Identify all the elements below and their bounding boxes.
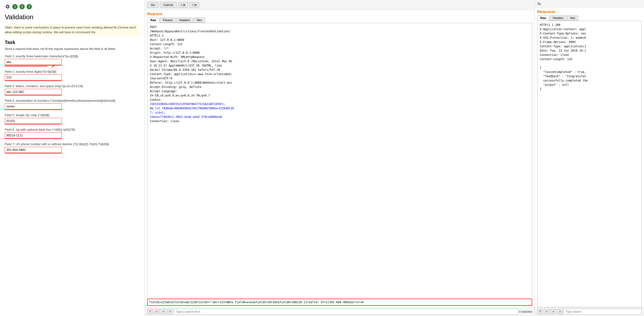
request-tab-bar: Raw Params Headers Hex	[147, 18, 532, 23]
right-search-input[interactable]	[564, 309, 642, 314]
right-title: Ta	[537, 2, 541, 6]
cancel-button[interactable]: Cancel	[160, 2, 176, 8]
field-3-input[interactable]	[5, 89, 62, 95]
request-raw-content: POST /WebGoat/BypassRestrictions/fronten…	[147, 23, 532, 297]
back-icon	[6, 5, 10, 9]
field-4-wrapper	[5, 103, 62, 110]
tab-params[interactable]: Params	[160, 18, 176, 23]
field-2-wrapper	[5, 74, 62, 81]
search-next-button[interactable]: >	[167, 309, 173, 314]
field-group-5: Field 5: simple zip code (^\d{5}$)	[5, 113, 140, 125]
highlighted-post-body: field1=123abc&field2=abc123&field3=!!abc…	[147, 299, 532, 306]
step-3-badge[interactable]: 3	[26, 4, 32, 9]
field-7-underline	[5, 153, 62, 153]
field-6-wrapper	[5, 132, 62, 139]
field-3-wrapper	[5, 89, 62, 96]
field-4-label: Field 4: enumeration of numbers (^(one|t…	[5, 99, 140, 102]
description-text: Often, there is some mechanism in place …	[5, 24, 140, 36]
right-search-next-button[interactable]: >	[557, 309, 563, 314]
field-6-label: Field 6: zip with optional dash four (^\…	[5, 128, 140, 131]
field-group-1: Field 1: exactly three lowercase charact…	[5, 54, 140, 67]
prev-icon: < |▾	[181, 3, 185, 7]
request-content-area: POST /WebGoat/BypassRestrictions/fronten…	[145, 23, 534, 307]
step-2-badge[interactable]: 2	[20, 4, 25, 9]
middle-search-bar: ? < + > 0 matches	[145, 307, 534, 316]
middle-search-input[interactable]	[174, 309, 518, 314]
cookie-text: JSESSIONID=CD0C55213F04F9D477515A22AFC4F…	[150, 102, 234, 119]
response-title: Response	[537, 10, 642, 14]
right-search-help-button[interactable]: ?	[537, 309, 543, 314]
field-5-wrapper	[5, 118, 62, 125]
field-group-2: Field 2: exactly three digits(^[0-9]{3}$…	[5, 70, 140, 81]
response-tab-bar: Raw Headers Hex	[537, 16, 642, 21]
page-title: Validation	[5, 13, 140, 21]
next-icon: > |▾	[192, 3, 196, 7]
right-search-bar: ? < + >	[535, 307, 644, 316]
request-text-after-cookie: Connection: close	[150, 120, 179, 123]
right-toolbar: Ta	[535, 0, 644, 8]
field-4-input[interactable]	[5, 103, 62, 109]
task-title: Task	[5, 40, 140, 45]
search-prev-button[interactable]: <	[154, 309, 160, 314]
field-5-label: Field 5: simple zip code (^\d{5}$)	[5, 113, 140, 117]
request-text-normal: POST /WebGoat/BypassRestrictions/fronten…	[150, 26, 232, 101]
field-2-input[interactable]	[5, 74, 62, 80]
middle-panel: Go Cancel < |▾ > |▾ Request Raw Params H…	[145, 0, 535, 316]
right-search-prev-button[interactable]: <	[544, 309, 550, 314]
task-description: Send a request that does not fit the reg…	[5, 47, 140, 51]
field-3-underline	[5, 95, 62, 96]
tab-headers[interactable]: Headers	[176, 18, 193, 23]
field-3-label: Field 3: letters, numbers, and space onl…	[5, 84, 140, 88]
field-2-label: Field 2: exactly three digits(^[0-9]{3}$…	[5, 70, 140, 73]
field-1-label: Field 1: exactly three lowercase charact…	[5, 54, 140, 58]
field-7-input[interactable]	[5, 147, 62, 153]
right-search-add-button[interactable]: +	[550, 309, 556, 314]
field-group-6: Field 6: zip with optional dash four (^\…	[5, 128, 140, 139]
field-group-4: Field 4: enumeration of numbers (^(one|t…	[5, 99, 140, 110]
field-5-input[interactable]	[5, 118, 62, 124]
top-nav: 1 2 3	[5, 4, 140, 10]
right-panel: Ta Response Raw Headers Hex HTTP/1.1 200…	[535, 0, 644, 316]
search-help-button[interactable]: ?	[147, 309, 153, 314]
response-tab-headers[interactable]: Headers	[550, 16, 566, 21]
next-button[interactable]: > |▾	[189, 2, 199, 8]
field-6-underline	[5, 139, 62, 139]
middle-toolbar: Go Cancel < |▾ > |▾	[145, 0, 534, 10]
step-1-badge[interactable]: 1	[12, 4, 18, 9]
response-content-area: HTTP/1.1 200 X-Application-Context: appl…	[535, 21, 644, 307]
field-7-label: Field 7: US phone number with or without…	[5, 142, 140, 146]
request-title: Request	[147, 12, 532, 16]
field-6-input[interactable]	[5, 132, 62, 138]
matches-count: 0 matches	[519, 310, 532, 313]
search-add-button[interactable]: +	[160, 309, 166, 314]
field-4-underline	[5, 110, 62, 110]
field-group-7: Field 7: US phone number with or without…	[5, 142, 140, 153]
prev-button[interactable]: < |▾	[178, 2, 188, 8]
request-section: Request Raw Params Headers Hex	[145, 10, 534, 23]
response-raw-content: HTTP/1.1 200 X-Application-Context: appl…	[537, 21, 642, 307]
response-tab-raw[interactable]: Raw	[537, 16, 549, 21]
left-panel: 1 2 3 Validation Often, there is some me…	[0, 0, 145, 316]
field-5-underline	[5, 124, 62, 125]
tab-hex[interactable]: Hex	[194, 18, 205, 23]
tab-raw[interactable]: Raw	[147, 18, 159, 23]
go-button[interactable]: Go	[147, 2, 158, 8]
field-2-underline	[5, 81, 62, 81]
back-button[interactable]	[5, 4, 10, 10]
field-7-wrapper	[5, 147, 62, 153]
response-tab-hex[interactable]: Hex	[567, 16, 578, 21]
response-section: Response Raw Headers Hex	[535, 8, 644, 21]
field-group-3: Field 3: letters, numbers, and space onl…	[5, 84, 140, 96]
